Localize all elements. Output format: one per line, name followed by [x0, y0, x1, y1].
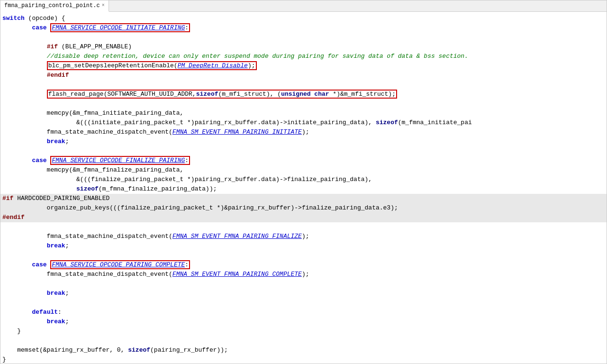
line-close-switch: } — [0, 327, 607, 336]
tab-filename: fmna_pairing_control_point.c — [4, 2, 100, 9]
line-blank-3 — [0, 99, 607, 109]
line-case-initiate: case FMNA_SERVICE_OPCODE_INITIATE_PAIRIN… — [0, 23, 607, 33]
line-dispatch-initiate: fmna_state_machine_dispatch_event(FMNA_S… — [0, 127, 607, 137]
line-close-func: } — [0, 355, 607, 364]
line-hashendif-2: #endif — [0, 213, 607, 222]
line-hashendif-1: #endif — [0, 71, 607, 80]
line-default: default: — [0, 308, 607, 317]
line-memcpy-fin-1: memcpy(&m_fmna_finalize_pairing_data, — [0, 165, 607, 175]
line-blank-2 — [0, 80, 607, 90]
line-break-4: break; — [0, 317, 607, 327]
tab-bar: fmna_pairing_control_point.c × — [0, 0, 607, 12]
line-memcpy-2: &(((initiate_pairing_packet_t *)pairing_… — [0, 118, 607, 127]
line-blank-4 — [0, 146, 607, 156]
line-blank-8 — [0, 298, 607, 308]
line-blank-9 — [0, 336, 607, 346]
line-blank-6 — [0, 251, 607, 260]
line-blank-7 — [0, 279, 607, 289]
line-blank-1 — [0, 33, 607, 42]
line-break-1: break; — [0, 137, 607, 146]
line-memcpy-1: memcpy(&m_fmna_initiate_pairing_data, — [0, 109, 607, 118]
line-flash-read: flash_read_page(SOFTWARE_AUTH_UUID_ADDR,… — [0, 90, 607, 99]
line-case-complete: case FMNA_SERVICE_OPCODE_PAIRING_COMPLET… — [0, 260, 607, 270]
code-area[interactable]: switch (opcode) { case FMNA_SERVICE_OPCO… — [0, 12, 607, 364]
line-hashif-hardcoded: #if HARDCODED_PAIRING_ENABLED — [0, 194, 607, 203]
line-memset: memset(&pairing_rx_buffer, 0, sizeof(pai… — [0, 346, 607, 355]
tab-close-button[interactable]: × — [102, 3, 105, 8]
line-hashif-ble: #if (BLE_APP_PM_ENABLE) — [0, 42, 607, 52]
editor-tab[interactable]: fmna_pairing_control_point.c × — [0, 0, 109, 12]
line-comment: //disable deep retention, device can onl… — [0, 52, 607, 61]
line-memcpy-fin-3: sizeof(m_fmna_finalize_pairing_data)); — [0, 184, 607, 194]
line-blc-pm: blc_pm_setDeepsleepRetentionEnable(PM_De… — [0, 61, 607, 71]
line-dispatch-complete: fmna_state_machine_dispatch_event(FMNA_S… — [0, 270, 607, 279]
line-memcpy-fin-2: &(((finalize_pairing_packet_t *)pairing_… — [0, 175, 607, 184]
code-content: switch (opcode) { case FMNA_SERVICE_OPCO… — [0, 12, 607, 364]
line-break-3: break; — [0, 289, 607, 298]
editor-window: fmna_pairing_control_point.c × switch (o… — [0, 0, 607, 364]
line-organize-pub: organize_pub_keys(((finalize_pairing_pac… — [0, 203, 607, 213]
line-dispatch-finalize: fmna_state_machine_dispatch_event(FMNA_S… — [0, 232, 607, 241]
line-switch: switch (opcode) { — [0, 14, 607, 23]
line-blank-5 — [0, 222, 607, 232]
line-case-finalize: case FMNA_SERVICE_OPCODE_FINALIZE_PAIRIN… — [0, 156, 607, 165]
line-break-2: break; — [0, 241, 607, 251]
